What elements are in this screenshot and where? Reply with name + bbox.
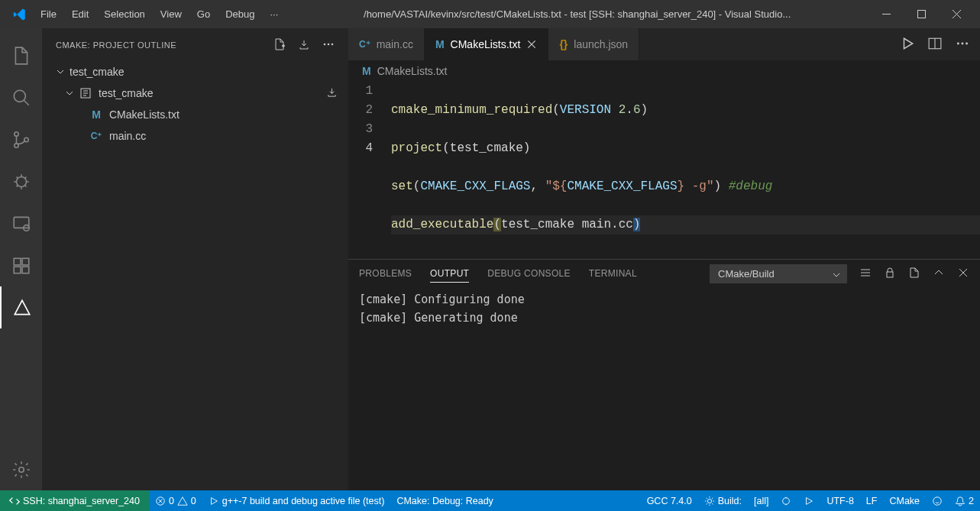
activity-settings[interactable] (0, 448, 42, 490)
run-icon[interactable] (901, 37, 914, 53)
close-button[interactable] (939, 0, 974, 28)
status-build-task[interactable]: g++-7 build and debug active file (test) (202, 490, 391, 511)
svg-point-21 (965, 42, 968, 44)
tree-main-cc[interactable]: C⁺ main.cc (42, 125, 348, 147)
tree-label: test_cmake (99, 87, 154, 99)
menu-edit[interactable]: Edit (64, 0, 96, 28)
clear-output-icon[interactable] (859, 267, 872, 281)
activity-debug[interactable] (0, 160, 42, 202)
svg-point-19 (957, 42, 959, 44)
status-bar: SSH: shanghai_server_240 0 0 g++-7 build… (0, 490, 980, 511)
project-tree: test_cmake test_cmake M CMakeLists.txt C… (42, 61, 348, 490)
panel-tab-problems[interactable]: PROBLEMS (359, 268, 412, 279)
tree-label: test_cmake (70, 66, 125, 78)
svg-point-20 (962, 42, 964, 44)
tab-label: launch.json (574, 38, 628, 50)
vscode-logo (6, 8, 33, 21)
more-actions-icon[interactable] (322, 38, 335, 52)
chevron-down-icon (56, 67, 65, 76)
project-icon (79, 88, 92, 99)
status-feedback[interactable] (926, 490, 949, 511)
new-file-icon[interactable] (273, 38, 286, 52)
status-build-target[interactable]: [all] (748, 490, 775, 511)
breadcrumb-item: CMakeLists.txt (377, 65, 448, 77)
maximize-panel-icon[interactable] (933, 267, 945, 281)
status-debug-launch[interactable] (775, 490, 797, 511)
titlebar: File Edit Selection View Go Debug ··· /h… (0, 0, 980, 28)
output-body[interactable]: [cmake] Configuring done [cmake] Generat… (348, 287, 980, 490)
editor-tabs: C⁺ main.cc M CMakeLists.txt {} launch.js… (348, 28, 980, 60)
save-icon[interactable] (298, 38, 310, 52)
menu-debug[interactable]: Debug (218, 0, 262, 28)
activity-cmake[interactable] (0, 286, 42, 328)
menu-selection[interactable]: Selection (96, 0, 152, 28)
status-eol[interactable]: LF (860, 490, 884, 511)
tab-cmakelists[interactable]: M CMakeLists.txt (425, 28, 548, 60)
panel-tab-output[interactable]: OUTPUT (430, 268, 469, 283)
menu-file[interactable]: File (33, 0, 64, 28)
svg-rect-22 (887, 272, 893, 277)
status-problems[interactable]: 0 0 (149, 490, 202, 511)
svg-rect-9 (14, 258, 21, 265)
status-compiler[interactable]: GCC 7.4.0 (641, 490, 698, 511)
line-gutter: 1 2 3 4 (348, 82, 391, 259)
svg-point-16 (332, 43, 334, 45)
cmake-file-icon: M (89, 108, 103, 121)
panel-tab-terminal[interactable]: TERMINAL (589, 268, 637, 279)
tree-project[interactable]: test_cmake (42, 82, 348, 104)
svg-point-4 (14, 143, 18, 147)
activity-extensions[interactable] (0, 244, 42, 286)
close-tab-icon[interactable] (526, 39, 537, 50)
json-file-icon: {} (559, 38, 568, 50)
status-encoding[interactable]: UTF-8 (820, 490, 859, 511)
cmake-file-icon: M (435, 38, 445, 50)
svg-rect-1 (917, 11, 925, 18)
panel-tab-debug-console[interactable]: DEBUG CONSOLE (487, 268, 571, 279)
tab-launch-json[interactable]: {} launch.json (548, 28, 639, 60)
bottom-panel: PROBLEMS OUTPUT DEBUG CONSOLE TERMINAL C… (348, 259, 980, 490)
minimize-button[interactable] (868, 0, 904, 28)
tree-root[interactable]: test_cmake (42, 61, 348, 82)
tab-main-cc[interactable]: C⁺ main.cc (348, 28, 425, 60)
svg-point-26 (933, 496, 942, 505)
activity-scm[interactable] (0, 118, 42, 160)
svg-rect-10 (14, 267, 21, 273)
sidebar: CMAKE: PROJECT OUTLINE test_cmake test_c… (42, 28, 348, 490)
menu-go[interactable]: Go (189, 0, 218, 28)
svg-point-2 (14, 90, 25, 102)
tab-label: CMakeLists.txt (451, 38, 521, 50)
status-build[interactable]: Build: (698, 490, 748, 511)
activity-remote[interactable] (0, 202, 42, 244)
split-editor-icon[interactable] (928, 37, 942, 53)
status-language[interactable]: CMake (883, 490, 926, 511)
chevron-down-icon (833, 270, 840, 281)
activity-search[interactable] (0, 76, 42, 118)
code-editor[interactable]: 1 2 3 4 cmake_minimum_required(VERSION 2… (348, 82, 980, 259)
svg-point-25 (783, 497, 790, 504)
status-remote[interactable]: SSH: shanghai_server_240 (0, 490, 149, 511)
menu-view[interactable]: View (153, 0, 189, 28)
tree-label: CMakeLists.txt (109, 108, 180, 121)
status-cmake[interactable]: CMake: Debug: Ready (390, 490, 499, 511)
output-channel-select[interactable]: CMake/Build (710, 264, 847, 283)
status-run-launch[interactable] (797, 490, 820, 511)
cpp-file-icon: C⁺ (359, 39, 370, 50)
menu-more[interactable]: ··· (262, 0, 286, 28)
close-panel-icon[interactable] (957, 267, 969, 281)
chevron-down-icon (65, 89, 74, 98)
svg-point-13 (18, 467, 24, 472)
maximize-button[interactable] (904, 0, 939, 28)
sidebar-title: CMAKE: PROJECT OUTLINE (56, 40, 176, 50)
tree-label: main.cc (109, 130, 146, 142)
lock-icon[interactable] (884, 267, 896, 281)
more-actions-icon[interactable] (956, 37, 969, 53)
open-log-icon[interactable] (908, 267, 920, 281)
tree-cmakelists[interactable]: M CMakeLists.txt (42, 104, 348, 125)
svg-rect-11 (22, 267, 29, 273)
svg-rect-0 (882, 14, 891, 15)
status-notifications[interactable]: 2 (949, 490, 980, 511)
activity-explorer[interactable] (0, 34, 42, 76)
build-icon[interactable] (326, 86, 338, 100)
window-title: /home/VASTAI/kevinx/src/test/CMakeLists.… (286, 8, 868, 20)
breadcrumb[interactable]: M CMakeLists.txt (348, 60, 980, 82)
